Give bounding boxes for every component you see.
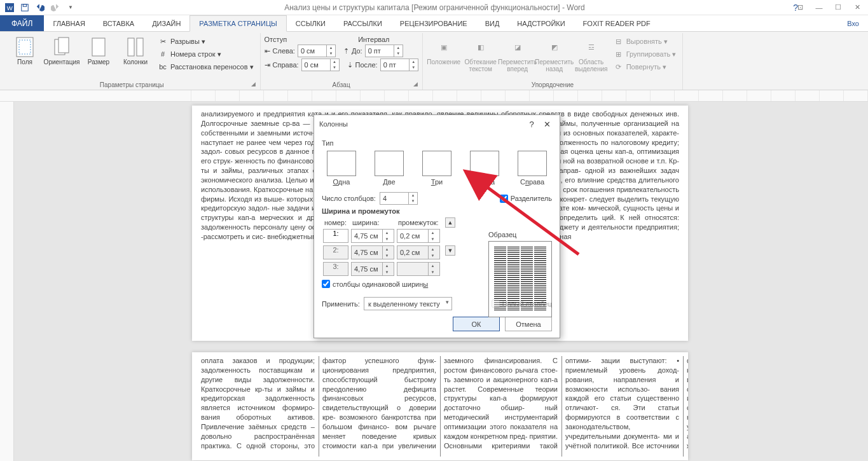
svg-rect-10 bbox=[137, 38, 143, 56]
tab-references[interactable]: ССЫЛКИ bbox=[287, 15, 334, 31]
columns-dialog: Колонны ? ✕ Тип Одна Две Три Слева Справ… bbox=[313, 114, 560, 338]
preset-three[interactable]: Три bbox=[417, 151, 457, 186]
help-icon[interactable]: ? bbox=[793, 3, 798, 13]
preset-one[interactable]: Одна bbox=[322, 151, 361, 186]
horizontal-ruler[interactable] bbox=[0, 90, 868, 102]
apply-to-label: Применить: bbox=[322, 300, 360, 308]
rotate-button[interactable]: ⟳Повернуть ▾ bbox=[611, 61, 679, 72]
svg-rect-2 bbox=[22, 4, 29, 11]
page-setup-launcher-icon[interactable]: ◢ bbox=[251, 81, 259, 88]
new-column-checkbox: Новый столбец bbox=[492, 299, 552, 308]
ribbon-tabs: ФАЙЛ ГЛАВНАЯ ВСТАВКА ДИЗАЙН РАЗМЕТКА СТР… bbox=[0, 15, 868, 32]
indent-left-input[interactable]: ▲▼ bbox=[298, 45, 336, 57]
margins-button[interactable]: Поля bbox=[8, 36, 42, 67]
scroll-down-icon[interactable]: ▼ bbox=[445, 245, 455, 256]
table-row: 2: ▲▼ ▲▼ bbox=[322, 244, 441, 261]
qat-customize-icon[interactable]: ▼ bbox=[64, 1, 78, 15]
title-bar: W ▼ Анализ цены и структуры капитала [Ре… bbox=[0, 0, 868, 15]
columns-button[interactable]: Колонки bbox=[118, 36, 153, 67]
width-gap-table: номер:ширина:промежуток: 1: ▲▼ ▲▼ 2: ▲▼ … bbox=[322, 217, 441, 277]
width-1-input[interactable]: ▲▼ bbox=[351, 229, 394, 243]
ok-button[interactable]: ОК bbox=[453, 317, 500, 331]
sign-in[interactable]: Вхо bbox=[847, 15, 868, 31]
bring-forward-button[interactable]: ◪Переместить вперед bbox=[500, 36, 535, 74]
preset-right[interactable]: Справа bbox=[513, 151, 552, 186]
breaks-button[interactable]: ✂Разрывы ▾ bbox=[155, 36, 256, 47]
dialog-help-icon[interactable]: ? bbox=[524, 120, 539, 129]
wrap-text-button[interactable]: ◧Обтекание текстом bbox=[464, 36, 498, 74]
group-arrange: ▣Положение ◧Обтекание текстом ◪Перемести… bbox=[423, 33, 684, 90]
separator-checkbox[interactable]: Разделитель bbox=[500, 195, 552, 203]
scroll-up-icon[interactable]: ▲ bbox=[445, 217, 455, 228]
orientation-button[interactable]: Ориентация bbox=[45, 36, 79, 67]
selection-pane-button[interactable]: ☲Область выделения bbox=[574, 36, 609, 74]
group-button[interactable]: ⊞Группировать ▾ bbox=[611, 48, 679, 60]
ribbon: Поля Ориентация Размер Колонки ✂Разрывы … bbox=[0, 32, 868, 90]
space-after-icon: ⇣ bbox=[347, 61, 353, 69]
tab-design[interactable]: ДИЗАЙН bbox=[143, 15, 189, 31]
space-after-input[interactable]: ▲▼ bbox=[380, 58, 418, 71]
window-title: Анализ цены и структуры капитала [Режим … bbox=[78, 3, 792, 12]
dialog-close-icon[interactable]: ✕ bbox=[539, 120, 555, 129]
tab-addins[interactable]: НАДСТРОЙКИ bbox=[508, 15, 574, 31]
size-button[interactable]: Размер bbox=[81, 36, 116, 67]
group-page-setup: Поля Ориентация Размер Колонки ✂Разрывы … bbox=[4, 33, 261, 90]
svg-rect-7 bbox=[59, 38, 69, 53]
minimize-icon[interactable]: — bbox=[811, 1, 827, 14]
send-backward-button[interactable]: ◩Переместить назад bbox=[537, 36, 572, 74]
indent-right-icon: ⇥ bbox=[265, 61, 270, 69]
line-numbers-button[interactable]: #Номера строк ▾ bbox=[155, 48, 256, 60]
space-before-input[interactable]: ▲▼ bbox=[365, 45, 403, 57]
tab-insert[interactable]: ВСТАВКА bbox=[94, 15, 143, 31]
tab-home[interactable]: ГЛАВНАЯ bbox=[44, 15, 93, 31]
table-row: 1: ▲▼ ▲▼ bbox=[322, 228, 441, 244]
tab-file[interactable]: ФАЙЛ bbox=[0, 15, 44, 31]
group-paragraph: Отступ Интервал ⇤Слева: ▲▼ ⇡До: ▲▼ ⇥Спра… bbox=[261, 33, 423, 90]
svg-rect-8 bbox=[92, 38, 105, 56]
paragraph-launcher-icon[interactable]: ◢ bbox=[413, 81, 421, 88]
apply-to-select[interactable]: к выделенному тексту bbox=[364, 297, 452, 310]
vertical-ruler[interactable] bbox=[0, 102, 14, 461]
gap-1-input[interactable]: ▲▼ bbox=[397, 229, 440, 243]
position-button[interactable]: ▣Положение bbox=[427, 36, 461, 67]
maximize-icon[interactable]: ☐ bbox=[830, 1, 846, 14]
window-controls: ⊡ — ☐ ✕ bbox=[792, 1, 865, 14]
dialog-title: Колонны bbox=[319, 120, 348, 128]
indent-right-input[interactable]: ▲▼ bbox=[301, 58, 340, 71]
word-icon: W bbox=[3, 1, 17, 15]
page-2[interactable]: оплата заказов и продукции; задолженност… bbox=[192, 352, 688, 460]
equal-width-checkbox[interactable]: столбцы одинаковой ширины bbox=[322, 280, 428, 288]
num-columns-input[interactable]: ▲▼ bbox=[380, 192, 418, 205]
tab-review[interactable]: РЕЦЕНЗИРОВАНИЕ bbox=[391, 15, 476, 31]
preset-two[interactable]: Две bbox=[369, 151, 409, 186]
indent-left-icon: ⇤ bbox=[265, 47, 270, 55]
close-icon[interactable]: ✕ bbox=[849, 1, 865, 14]
redo-icon[interactable] bbox=[48, 1, 62, 15]
preset-left[interactable]: Слева bbox=[465, 151, 504, 186]
gap-3-input: ▲▼ bbox=[397, 262, 440, 276]
tab-view[interactable]: ВИД bbox=[476, 15, 509, 31]
type-label: Тип bbox=[322, 139, 552, 147]
space-before-icon: ⇡ bbox=[343, 47, 349, 55]
type-presets: Одна Две Три Слева Справа bbox=[322, 151, 552, 186]
width-3-input: ▲▼ bbox=[351, 262, 394, 276]
gap-2-input: ▲▼ bbox=[397, 245, 440, 259]
svg-rect-9 bbox=[128, 38, 134, 56]
align-button[interactable]: ⊟Выровнять ▾ bbox=[611, 36, 679, 47]
cancel-button[interactable]: Отмена bbox=[505, 317, 552, 331]
save-icon[interactable] bbox=[18, 1, 32, 15]
tab-mailings[interactable]: РАССЫЛКИ bbox=[334, 15, 391, 31]
num-columns-label: Число столбцов: bbox=[322, 195, 376, 202]
svg-rect-3 bbox=[23, 4, 26, 6]
tab-foxit[interactable]: FOXIT READER PDF bbox=[574, 15, 659, 31]
tab-page-layout[interactable]: РАЗМЕТКА СТРАНИЦЫ bbox=[189, 15, 286, 32]
quick-access-toolbar: W ▼ bbox=[3, 1, 78, 15]
hyphenation-button[interactable]: bcРасстановка переносов ▾ bbox=[155, 61, 256, 72]
table-row: 3: ▲▼ ▲▼ bbox=[322, 261, 441, 277]
svg-text:W: W bbox=[7, 4, 13, 11]
width-gap-label: Ширина и промежуток bbox=[322, 207, 552, 215]
undo-icon[interactable] bbox=[33, 1, 47, 15]
width-2-input: ▲▼ bbox=[351, 245, 394, 259]
